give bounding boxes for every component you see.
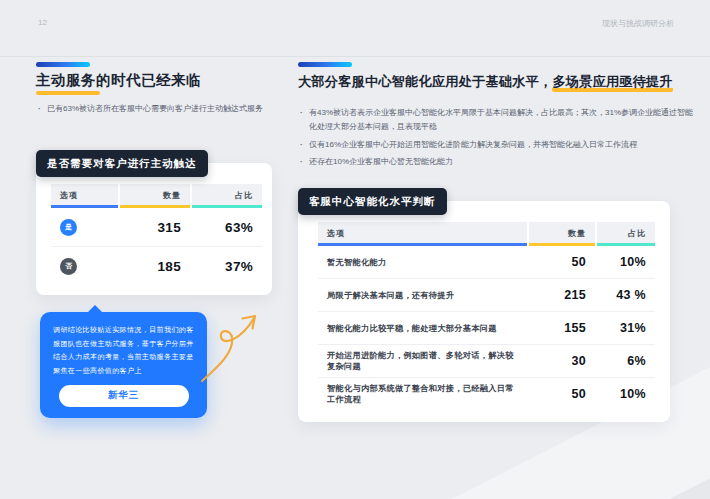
percent-value: 63% xyxy=(192,220,262,235)
percent-value: 43 % xyxy=(597,288,655,302)
bullet-item: 还存在10%企业客服中心暂无智能化能力 xyxy=(300,155,696,169)
quote-text: 调研结论比较贴近实际情况，目前我们的客服团队也在做主动式服务，基于客户分层并结合… xyxy=(53,323,194,378)
left-section-title: 主动服务的时代已经来临 xyxy=(36,71,201,90)
right-title-highlight: 多场景应用亟待提升 xyxy=(552,74,673,92)
page-number: 12 xyxy=(38,18,47,27)
bullet-item: 有43%被访者表示企业客服中心智能化水平局限于基本问题解决，占比最高；其次，31… xyxy=(300,106,696,135)
right-table: 选项 数量 占比 暂无智能化能力 50 10% 局限于解决基本问题，还有待提升 … xyxy=(298,201,670,422)
curved-arrow-icon xyxy=(197,293,279,385)
column-header-option: 选项 xyxy=(318,222,527,246)
right-table-badge: 客服中心智能化水平判断 xyxy=(298,188,447,215)
right-title-plain: 大部分客服中心智能化应用处于基础水平， xyxy=(298,74,552,89)
table-row: 是 315 63% xyxy=(51,208,262,246)
count-value: 50 xyxy=(529,387,595,401)
right-table-header-row: 选项 数量 占比 xyxy=(318,222,655,246)
table-row: 开始运用进阶能力，例如图谱、多轮对话，解决较复杂问题 30 6% xyxy=(318,344,655,377)
option-label: 暂无智能化能力 xyxy=(318,257,527,268)
left-title-accent-bar xyxy=(36,62,90,67)
percent-value: 10% xyxy=(597,387,655,401)
company-button[interactable]: 新华三 xyxy=(59,385,189,407)
percent-value: 37% xyxy=(192,259,262,274)
left-title-underline xyxy=(36,91,100,95)
count-value: 185 xyxy=(120,259,190,274)
option-label: 局限于解决基本问题，还有待提升 xyxy=(318,290,527,301)
column-header-count: 数量 xyxy=(120,184,190,208)
top-bar: 12 现状与挑战调研分析 xyxy=(0,0,710,56)
option-label: 开始运用进阶能力，例如图谱、多轮对话，解决较复杂问题 xyxy=(318,350,527,372)
count-value: 315 xyxy=(120,220,190,235)
left-table-header-row: 选项 数量 占比 xyxy=(51,184,262,208)
percent-value: 6% xyxy=(597,354,655,368)
right-bullet-list: 有43%被访者表示企业客服中心智能化水平局限于基本问题解决，占比最高；其次，31… xyxy=(300,106,696,173)
table-row: 局限于解决基本问题，还有待提升 215 43 % xyxy=(318,278,655,311)
bullet-item: 仅有16%企业客服中心开始运用智能化进阶能力解决复杂问题，并将智能化融入日常工作… xyxy=(300,138,696,152)
table-row: 智能化与内部系统做了整合和对接，已经融入日常工作流程 50 10% xyxy=(318,377,655,410)
no-option-badge: 否 xyxy=(60,258,77,275)
right-table-card: 客服中心智能化水平判断 选项 数量 占比 暂无智能化能力 50 10% 局限于解… xyxy=(298,188,670,422)
header-section-label: 现状与挑战调研分析 xyxy=(602,18,674,29)
yes-option-badge: 是 xyxy=(60,219,77,236)
header-divider xyxy=(0,56,710,57)
table-row: 否 185 37% xyxy=(51,246,262,285)
column-header-option: 选项 xyxy=(51,184,118,208)
right-title-accent-bar xyxy=(298,62,352,67)
column-header-count: 数量 xyxy=(529,222,595,246)
quote-bubble: 调研结论比较贴近实际情况，目前我们的客服团队也在做主动式服务，基于客户分层并结合… xyxy=(40,312,207,418)
bullet-item: 已有63%被访者所在客服中心需要向客户进行主动触达式服务 xyxy=(38,102,272,116)
left-table-badge: 是否需要对客户进行主动触达 xyxy=(36,150,208,177)
option-label: 智能化能力比较平稳，能处理大部分基本问题 xyxy=(318,323,527,334)
left-table-card: 是否需要对客户进行主动触达 选项 数量 占比 是 315 63% 否 185 3… xyxy=(36,150,272,295)
count-value: 50 xyxy=(529,255,595,269)
right-section-title: 大部分客服中心智能化应用处于基础水平，多场景应用亟待提升 xyxy=(298,73,673,91)
left-bullet-list: 已有63%被访者所在客服中心需要向客户进行主动触达式服务 xyxy=(38,102,272,119)
count-value: 155 xyxy=(529,321,595,335)
percent-value: 31% xyxy=(597,321,655,335)
column-header-percent: 占比 xyxy=(192,184,262,208)
percent-value: 10% xyxy=(597,255,655,269)
table-row: 智能化能力比较平稳，能处理大部分基本问题 155 31% xyxy=(318,311,655,344)
count-value: 215 xyxy=(529,288,595,302)
count-value: 30 xyxy=(529,354,595,368)
column-header-percent: 占比 xyxy=(597,222,655,246)
option-label: 智能化与内部系统做了整合和对接，已经融入日常工作流程 xyxy=(318,383,527,405)
left-table: 选项 数量 占比 是 315 63% 否 185 37% xyxy=(36,163,272,295)
table-row: 暂无智能化能力 50 10% xyxy=(318,246,655,278)
